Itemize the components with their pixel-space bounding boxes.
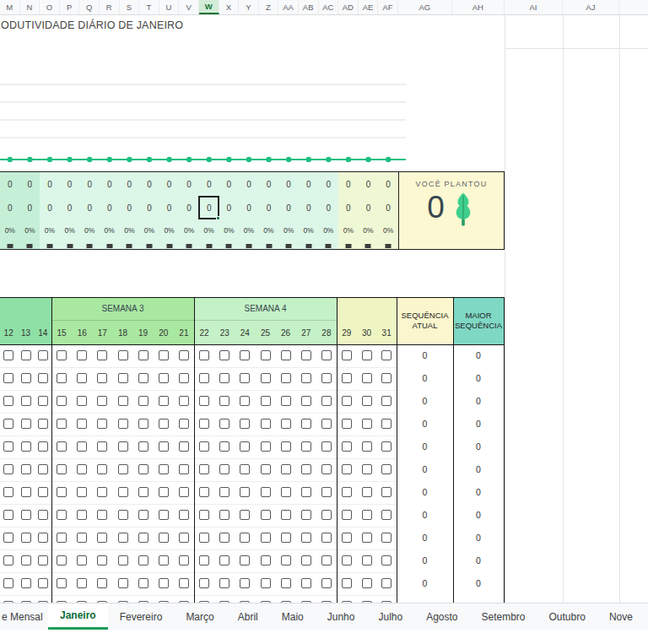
day-checkbox[interactable] (321, 533, 332, 543)
day-checkbox[interactable] (281, 464, 291, 474)
stat-cell[interactable]: 0% (40, 219, 60, 241)
day-checkbox[interactable] (219, 533, 230, 543)
day-checkbox[interactable] (381, 396, 392, 406)
stat-cell[interactable]: 0 (299, 172, 319, 196)
day-checkbox[interactable] (199, 510, 209, 520)
day-checkbox[interactable] (21, 578, 31, 588)
day-checkbox[interactable] (159, 373, 169, 383)
stat-cell[interactable]: 0% (239, 219, 259, 241)
day-checkbox[interactable] (57, 555, 67, 566)
day-checkbox[interactable] (381, 533, 392, 543)
column-header-P[interactable]: P (60, 0, 80, 14)
stat-cell[interactable]: 0% (0, 219, 20, 241)
stat-cell[interactable]: 0 (100, 196, 120, 219)
day-checkbox[interactable] (77, 578, 87, 588)
stat-cell[interactable]: 0 (219, 172, 240, 196)
day-checkbox[interactable] (3, 578, 14, 588)
day-checkbox[interactable] (118, 373, 128, 383)
day-checkbox[interactable] (159, 396, 169, 406)
day-checkbox[interactable] (281, 441, 291, 452)
column-header-X[interactable]: X (219, 0, 240, 14)
day-checkbox[interactable] (77, 419, 87, 429)
day-checkbox[interactable] (219, 510, 230, 520)
day-checkbox[interactable] (362, 350, 372, 360)
day-checkbox[interactable] (138, 441, 148, 452)
stat-cell[interactable]: 0% (219, 219, 240, 241)
day-checkbox[interactable] (3, 533, 14, 543)
stat-cell[interactable]: 0% (259, 219, 279, 241)
day-checkbox[interactable] (219, 419, 230, 429)
day-checkbox[interactable] (301, 441, 311, 452)
day-checkbox[interactable] (138, 350, 148, 360)
day-checkbox[interactable] (381, 555, 392, 566)
day-checkbox[interactable] (138, 419, 148, 429)
sheet-tab-setembro[interactable]: Setembro (470, 603, 537, 630)
day-checkbox[interactable] (321, 441, 332, 452)
day-checkbox[interactable] (118, 533, 128, 543)
day-checkbox[interactable] (118, 555, 128, 566)
stat-cell[interactable]: 0% (120, 219, 140, 241)
day-checkbox[interactable] (179, 441, 189, 452)
day-checkbox[interactable] (342, 510, 352, 520)
stat-cell[interactable]: 0 (378, 196, 398, 219)
stat-cell[interactable]: 0 (100, 172, 120, 196)
column-header-O[interactable]: O (40, 0, 60, 14)
column-header-AA[interactable]: AA (278, 0, 299, 14)
day-checkbox[interactable] (362, 555, 372, 566)
stat-cell[interactable]: 0 (120, 196, 140, 219)
sheet-tab-junho[interactable]: Junho (316, 603, 367, 630)
day-checkbox[interactable] (21, 350, 31, 360)
day-checkbox[interactable] (138, 373, 148, 383)
day-checkbox[interactable] (281, 373, 291, 383)
day-checkbox[interactable] (240, 396, 250, 406)
column-header-M[interactable]: M (0, 0, 20, 14)
day-checkbox[interactable] (342, 487, 352, 497)
day-checkbox[interactable] (381, 419, 392, 429)
stat-cell[interactable]: 0 (0, 172, 20, 196)
day-checkbox[interactable] (362, 419, 372, 429)
day-checkbox[interactable] (261, 533, 271, 543)
day-checkbox[interactable] (301, 487, 311, 497)
day-checkbox[interactable] (179, 555, 189, 566)
day-checkbox[interactable] (240, 464, 250, 474)
day-checkbox[interactable] (199, 373, 209, 383)
day-checkbox[interactable] (38, 510, 48, 520)
stat-cell[interactable]: 0% (378, 219, 398, 241)
day-checkbox[interactable] (77, 441, 87, 452)
day-checkbox[interactable] (3, 350, 14, 360)
sheet-tab-e-mensal[interactable]: e Mensal (0, 603, 48, 630)
day-checkbox[interactable] (3, 441, 14, 452)
day-checkbox[interactable] (77, 396, 87, 406)
day-checkbox[interactable] (199, 533, 209, 543)
column-header-R[interactable]: R (100, 0, 120, 14)
stat-cell[interactable]: 0% (20, 219, 40, 241)
day-checkbox[interactable] (219, 555, 230, 566)
stat-cell[interactable]: 0 (20, 172, 40, 196)
day-checkbox[interactable] (97, 373, 107, 383)
column-header-AG[interactable]: AG (398, 0, 452, 14)
day-checkbox[interactable] (301, 396, 311, 406)
day-checkbox[interactable] (219, 464, 230, 474)
day-checkbox[interactable] (321, 373, 332, 383)
sheet-tab-maio[interactable]: Maio (270, 603, 316, 630)
day-checkbox[interactable] (159, 419, 169, 429)
stat-cell[interactable]: 0% (299, 219, 319, 241)
day-checkbox[interactable] (281, 350, 291, 360)
day-checkbox[interactable] (3, 464, 14, 474)
day-checkbox[interactable] (240, 419, 250, 429)
day-checkbox[interactable] (199, 396, 209, 406)
fill-handle[interactable] (216, 216, 220, 220)
day-checkbox[interactable] (199, 441, 209, 452)
day-checkbox[interactable] (321, 350, 332, 360)
day-checkbox[interactable] (159, 533, 169, 543)
day-checkbox[interactable] (321, 419, 332, 429)
day-checkbox[interactable] (261, 555, 271, 566)
day-checkbox[interactable] (179, 350, 189, 360)
stat-cell[interactable]: 0 (179, 172, 199, 196)
day-checkbox[interactable] (21, 419, 31, 429)
stat-cell[interactable]: 0% (319, 219, 339, 241)
sheet-tab-janeiro[interactable]: Janeiro (48, 603, 108, 630)
day-checkbox[interactable] (38, 396, 48, 406)
day-checkbox[interactable] (3, 419, 14, 429)
day-checkbox[interactable] (97, 487, 107, 497)
